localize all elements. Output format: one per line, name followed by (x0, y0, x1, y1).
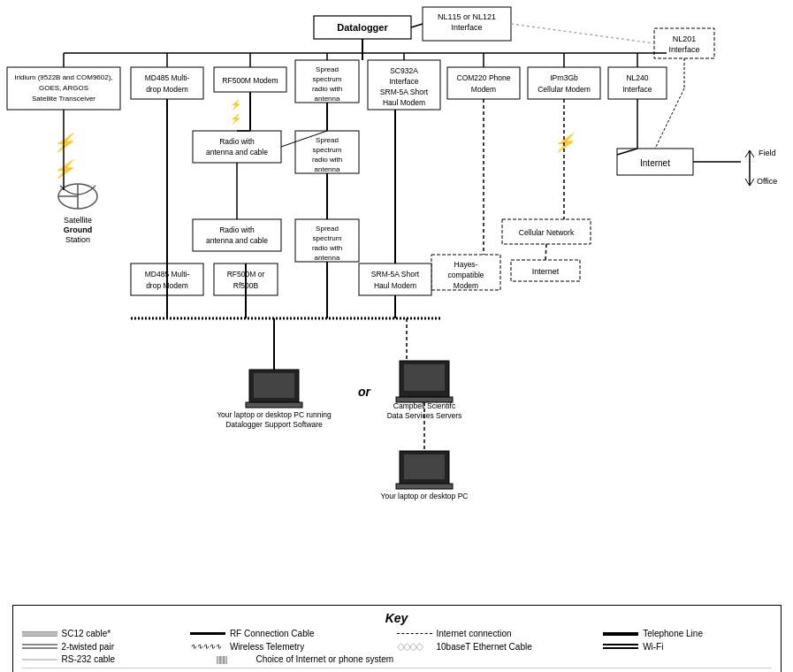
svg-text:Interface: Interface (622, 85, 652, 94)
rs232-line-icon (22, 659, 57, 661)
svg-rect-139 (404, 454, 445, 479)
diagram-svg: Datalogger NL115 or NL121 Interface NL20… (0, 0, 793, 601)
svg-text:Haul Modem: Haul Modem (374, 281, 416, 290)
svg-text:Internet: Internet (640, 158, 670, 168)
key-row-3: RS-232 cable ||||||||| Choice of Interne… (22, 654, 772, 664)
svg-text:Hayes-: Hayes- (454, 260, 478, 269)
svg-text:antenna: antenna (315, 95, 340, 103)
key-item-rs232: RS-232 cable (22, 654, 217, 664)
key-row-1: SC12 cable* RF Connection Cable Internet… (22, 629, 772, 638)
svg-text:spectrum: spectrum (313, 75, 342, 83)
svg-text:Radio with: Radio with (219, 137, 255, 146)
key-row-2: 2-twisted pair ∿∿∿∿∿ Wireless Telemetry … (22, 640, 772, 653)
svg-text:antenna and cable: antenna and cable (206, 236, 268, 245)
rs232-label: RS-232 cable (62, 654, 116, 664)
svg-text:radio with: radio with (312, 156, 342, 164)
svg-text:spectrum: spectrum (313, 146, 342, 154)
svg-text:Iridium (9522B and COM9602),: Iridium (9522B and COM9602), (14, 73, 112, 81)
svg-text:Haul Modem: Haul Modem (383, 98, 425, 107)
wifi-label: Wi-Fi (643, 642, 663, 652)
2tp-line-icon (22, 644, 57, 649)
svg-text:antenna: antenna (315, 165, 340, 173)
svg-text:Ground: Ground (64, 225, 93, 234)
svg-text:Office: Office (757, 177, 777, 186)
choice-label: Choice of Internet or phone system (256, 654, 394, 664)
sc12-label: SC12 cable* (62, 629, 111, 638)
key-item-sc12: SC12 cable* (22, 629, 190, 638)
svg-text:or: or (358, 385, 372, 399)
svg-rect-38 (193, 131, 281, 163)
rf-label: RF Connection Cable (230, 629, 315, 638)
svg-text:Interface: Interface (389, 77, 418, 86)
key-item-wireless: ∿∿∿∿∿ Wireless Telemetry (190, 642, 397, 652)
svg-text:Datalogger Support Software: Datalogger Support Software (225, 420, 323, 429)
internet-line-icon (397, 633, 432, 634)
svg-rect-76 (359, 263, 431, 295)
svg-rect-138 (396, 484, 453, 489)
svg-rect-54 (193, 219, 281, 251)
svg-text:GOES, ARGOS: GOES, ARGOS (39, 84, 88, 92)
svg-rect-14 (131, 67, 203, 99)
telephone-line-icon (603, 632, 638, 636)
svg-rect-126 (246, 402, 302, 408)
svg-rect-32 (528, 67, 600, 99)
key-item-2tp: 2-twisted pair (22, 642, 190, 652)
key-rows: SC12 cable* RF Connection Cable Internet… (22, 629, 772, 664)
key-item-10base: ◇◇◇◇ 10baseT Ethernet Cable (397, 640, 604, 653)
svg-text:NL201: NL201 (673, 34, 697, 43)
svg-text:Cellular Modem: Cellular Modem (538, 85, 591, 94)
svg-text:Radio with: Radio with (219, 225, 255, 234)
svg-text:Spread: Spread (316, 65, 339, 73)
internet-label: Internet connection (437, 629, 512, 638)
svg-text:spectrum: spectrum (313, 234, 342, 242)
svg-text:Station: Station (65, 235, 90, 244)
svg-text:NL115 or NL121: NL115 or NL121 (438, 12, 496, 21)
svg-line-105 (545, 244, 546, 260)
svg-text:RF500M Modem: RF500M Modem (222, 76, 278, 85)
key-item-wifi: Wi-Fi (603, 642, 771, 652)
svg-text:drop Modem: drop Modem (146, 85, 188, 94)
wireless-icon: ∿∿∿∿∿ (190, 642, 225, 651)
svg-text:Interface: Interface (451, 23, 482, 32)
svg-text:Datalogger: Datalogger (337, 22, 388, 33)
svg-text:IPrn3Gb: IPrn3Gb (550, 73, 578, 82)
diagram-container: Datalogger NL115 or NL121 Interface NL20… (0, 0, 793, 601)
key-footnote: *Assumes connection to the datalogger's … (22, 668, 772, 672)
svg-text:Field: Field (759, 149, 776, 157)
10base-label: 10baseT Ethernet Cable (437, 642, 532, 652)
svg-text:COM220 Phone: COM220 Phone (457, 73, 511, 82)
svg-text:SC932A: SC932A (390, 66, 418, 75)
svg-text:⚡: ⚡ (230, 98, 242, 111)
2tp-label: 2-twisted pair (62, 642, 114, 652)
wireless-label: Wireless Telemetry (230, 642, 304, 652)
svg-text:Cellular Network: Cellular Network (519, 228, 575, 237)
svg-text:antenna: antenna (315, 254, 340, 262)
svg-text:⚡: ⚡ (230, 112, 242, 125)
10base-icon: ◇◇◇◇ (397, 640, 432, 653)
svg-text:MD485 Multi-: MD485 Multi- (145, 73, 190, 82)
key-title: Key (22, 611, 772, 625)
svg-rect-130 (404, 364, 445, 391)
svg-text:antenna and cable: antenna and cable (206, 148, 268, 157)
svg-text:SRM-5A Short: SRM-5A Short (380, 88, 429, 96)
key-item-rf: RF Connection Cable (190, 629, 397, 638)
svg-text:Interface: Interface (668, 45, 699, 54)
wifi-icon (603, 644, 638, 649)
svg-text:Satellite: Satellite (64, 216, 92, 225)
rf-line-icon (190, 632, 225, 635)
svg-text:radio with: radio with (312, 244, 342, 252)
svg-text:Internet: Internet (532, 267, 560, 276)
svg-text:Your laptop or desktop PC runn: Your laptop or desktop PC running (217, 410, 332, 419)
svg-text:NL240: NL240 (626, 73, 648, 82)
key-item-choice: ||||||||| Choice of Internet or phone sy… (217, 654, 455, 664)
svg-text:radio with: radio with (312, 85, 342, 93)
svg-rect-35 (608, 67, 667, 99)
svg-text:Spread: Spread (316, 136, 339, 144)
svg-text:compatible: compatible (447, 271, 484, 279)
svg-text:Your laptop or desktop PC: Your laptop or desktop PC (381, 492, 469, 500)
key-section: Key SC12 cable* RF Connection Cable Inte… (12, 605, 782, 672)
telephone-label: Telephone Line (643, 629, 703, 638)
key-item-telephone: Telephone Line (603, 629, 771, 638)
choice-icon: ||||||||| (217, 655, 252, 664)
key-item-internet: Internet connection (397, 629, 604, 638)
